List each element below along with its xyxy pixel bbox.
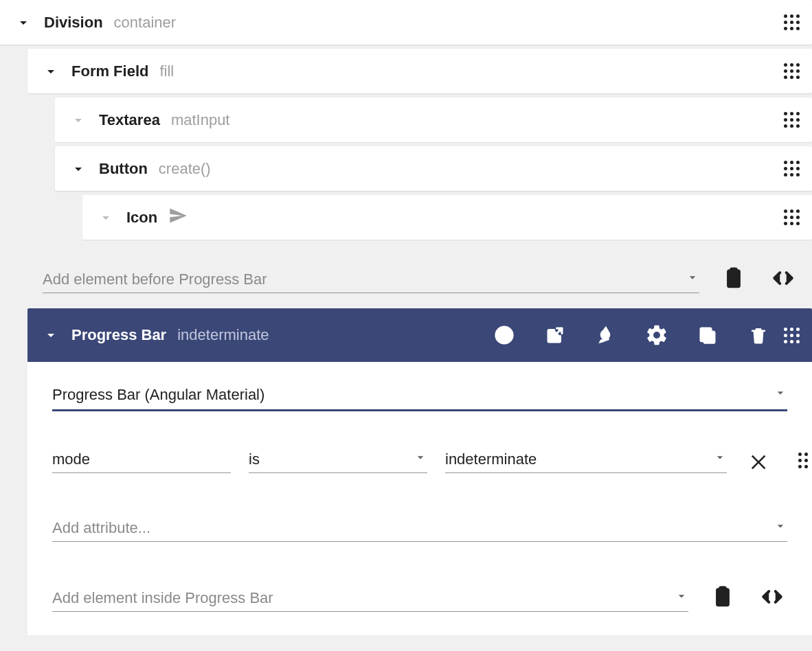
svg-point-3 — [504, 339, 506, 341]
node-title: Icon — [126, 209, 157, 227]
svg-rect-1 — [731, 269, 737, 273]
chevron-down-icon[interactable] — [15, 14, 32, 31]
code-button[interactable] — [768, 263, 798, 293]
chevron-down-icon[interactable] — [43, 327, 59, 343]
caret-down-icon — [774, 519, 787, 537]
drag-handle-icon[interactable] — [783, 209, 800, 226]
code-button[interactable] — [757, 582, 787, 612]
node-subtitle: fill — [159, 62, 174, 80]
node-subtitle: matInput — [171, 111, 230, 129]
caret-down-icon — [414, 450, 427, 468]
settings-button[interactable] — [642, 320, 672, 350]
drag-handle-icon[interactable] — [783, 14, 800, 31]
add-element-inside-input[interactable]: Add element inside Progress Bar — [52, 582, 688, 612]
chevron-down-icon[interactable] — [70, 112, 87, 128]
node-division[interactable]: Division container — [0, 0, 812, 45]
help-button[interactable] — [489, 320, 519, 350]
caret-down-icon — [774, 386, 787, 404]
attribute-value-select[interactable]: indeterminate — [445, 443, 727, 473]
node-icon[interactable]: Icon — [82, 195, 812, 240]
node-title: Division — [44, 14, 103, 32]
properties-panel: Progress Bar (Angular Material) mode is … — [27, 362, 812, 635]
drag-handle-icon[interactable] — [783, 112, 800, 128]
attribute-value-value: indeterminate — [445, 450, 537, 468]
send-icon — [168, 206, 188, 229]
copy-button[interactable] — [692, 320, 723, 350]
selected-subtitle: indeterminate — [177, 326, 269, 344]
attribute-row: mode is indeterminate — [52, 443, 787, 473]
delete-button[interactable] — [743, 320, 774, 350]
drag-handle-icon[interactable] — [783, 63, 800, 80]
add-element-inside-row: Add element inside Progress Bar — [52, 582, 787, 612]
node-button[interactable]: Button create() — [55, 146, 812, 191]
chevron-down-icon[interactable] — [43, 63, 59, 80]
caret-down-icon — [675, 589, 688, 607]
paste-button[interactable] — [708, 582, 738, 612]
node-subtitle: create() — [159, 160, 211, 178]
node-subtitle: container — [114, 14, 177, 32]
remove-attribute-button[interactable] — [749, 450, 771, 475]
node-textarea[interactable]: Textarea matInput — [55, 98, 812, 142]
drag-handle-icon[interactable] — [783, 161, 800, 177]
node-title: Textarea — [99, 111, 160, 129]
drag-handle-icon[interactable] — [798, 453, 808, 473]
selected-title: Progress Bar — [71, 326, 166, 344]
open-in-new-button[interactable] — [540, 320, 570, 350]
add-attribute-placeholder: Add attribute... — [52, 519, 150, 537]
drag-handle-icon[interactable] — [783, 327, 800, 343]
component-selector-value: Progress Bar (Angular Material) — [52, 386, 264, 404]
attribute-name-value: mode — [52, 450, 90, 468]
add-element-before-input[interactable]: Add element before Progress Bar — [43, 263, 699, 293]
add-element-before-row: Add element before Progress Bar — [43, 263, 798, 293]
component-selector[interactable]: Progress Bar (Angular Material) — [52, 381, 787, 411]
caret-down-icon — [686, 271, 699, 288]
attribute-operator-select[interactable]: is — [249, 443, 427, 473]
add-element-before-placeholder: Add element before Progress Bar — [43, 271, 267, 288]
chevron-down-icon[interactable] — [70, 161, 87, 177]
attribute-operator-value: is — [249, 450, 260, 468]
add-element-inside-placeholder: Add element inside Progress Bar — [52, 589, 273, 607]
attribute-name-input[interactable]: mode — [52, 443, 231, 473]
paste-button[interactable] — [719, 263, 749, 293]
caret-down-icon — [713, 450, 727, 468]
node-title: Form Field — [71, 62, 148, 80]
selected-node-header[interactable]: Progress Bar indeterminate — [27, 308, 812, 362]
chevron-down-icon[interactable] — [98, 209, 114, 226]
add-attribute-input[interactable]: Add attribute... — [52, 512, 787, 542]
style-button[interactable] — [591, 320, 621, 350]
svg-rect-7 — [720, 587, 726, 591]
node-form-field[interactable]: Form Field fill — [27, 49, 812, 93]
node-title: Button — [99, 160, 148, 178]
